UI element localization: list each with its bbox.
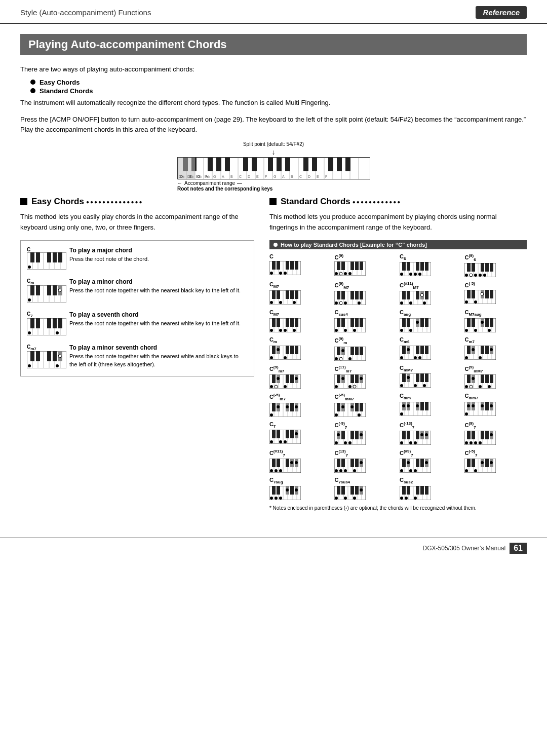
svg-point-664 [344, 497, 347, 500]
svg-rect-266 [337, 318, 340, 327]
major-chord-title: To play a major chord [69, 247, 248, 254]
footnote: * Notes enclosed in parentheses (◦) are … [269, 504, 527, 512]
svg-point-566 [490, 433, 493, 436]
page-title: Playing Auto-accompaniment Chords [28, 38, 519, 51]
svg-rect-128 [295, 261, 298, 270]
svg-point-242 [481, 292, 484, 295]
chord-cell-C7sus4: C7sus4 [334, 477, 397, 500]
svg-rect-189 [277, 290, 280, 299]
svg-rect-610 [416, 459, 419, 467]
easy-chords-section: Easy Chords ●●●●●●●●●●●●●● This method l… [20, 197, 254, 512]
svg-point-529 [337, 433, 340, 436]
svg-point-528 [335, 441, 338, 444]
svg-rect-359 [467, 346, 471, 354]
piano-std-C713 [334, 459, 366, 473]
svg-point-630 [465, 469, 468, 472]
standard-chords-heading: Standard Chords ●●●●●●●●●●●● [269, 197, 527, 207]
chord-cell-C6: C6 [400, 253, 462, 277]
svg-rect-392 [337, 374, 340, 383]
svg-rect-204 [341, 291, 345, 299]
svg-point-514 [284, 440, 287, 443]
svg-point-632 [481, 461, 484, 464]
chord-cell-C79: C(9)7 [464, 421, 527, 445]
svg-rect-25 [216, 158, 221, 171]
svg-rect-594 [355, 459, 359, 467]
piano-std-Cm6 [400, 346, 431, 360]
svg-point-332 [335, 357, 338, 360]
svg-rect-30 [277, 158, 282, 171]
svg-rect-205 [350, 291, 354, 299]
easy-chords-box: C [20, 240, 254, 376]
svg-point-562 [465, 441, 468, 444]
svg-rect-576 [286, 459, 289, 467]
svg-rect-296 [467, 318, 471, 327]
svg-point-633 [490, 461, 493, 464]
standard-chords-text: This method lets you produce accompanime… [269, 212, 527, 233]
svg-point-401 [360, 377, 363, 380]
footer-manual: DGX-505/305 Owner’s Manual [423, 545, 506, 552]
svg-rect-175 [490, 263, 493, 272]
svg-point-115 [56, 364, 59, 367]
svg-rect-251 [277, 318, 280, 327]
piano-std-Cdim [400, 402, 431, 416]
split-diagram: Split point (default: 54/F#2) ↓ // We'll… [20, 141, 527, 192]
bullet-dot-2 [30, 88, 35, 93]
svg-rect-36 [345, 158, 350, 171]
svg-rect-524 [341, 431, 345, 439]
svg-text:B: B [291, 175, 293, 178]
svg-rect-316 [295, 346, 298, 354]
svg-rect-660 [350, 486, 354, 495]
svg-rect-477 [420, 402, 424, 410]
svg-point-224 [400, 301, 403, 305]
chord-cell-Cm9: C(9)m [334, 336, 397, 360]
svg-rect-626 [472, 459, 475, 467]
svg-rect-625 [467, 459, 471, 467]
chord-cell-CmM7m5: C(-5)mM7 [334, 393, 397, 417]
svg-text:F: F [265, 175, 267, 178]
svg-point-319 [284, 356, 287, 359]
svg-point-647 [275, 497, 278, 500]
svg-rect-641 [272, 486, 276, 495]
piano-std-Cm711 [334, 374, 366, 389]
svg-point-482 [416, 404, 419, 407]
svg-rect-445 [290, 403, 294, 411]
page-number: 61 [510, 543, 527, 554]
piano-std-Caug [400, 318, 431, 332]
page-header: Style (Auto-accompaniment) Functions Ref… [0, 0, 547, 24]
svg-rect-375 [272, 374, 276, 383]
svg-rect-429 [490, 374, 493, 383]
header-title: Style (Auto-accompaniment) Functions [20, 8, 151, 17]
svg-point-160 [400, 273, 403, 276]
piano-std-CM7b [269, 318, 301, 332]
svg-point-286 [400, 329, 403, 332]
svg-point-257 [284, 329, 287, 332]
svg-point-335 [348, 357, 351, 360]
svg-point-397 [335, 385, 338, 388]
svg-rect-156 [407, 262, 410, 271]
svg-point-317 [270, 356, 273, 359]
piano-std-Cm7m5 [269, 403, 301, 417]
svg-rect-32 [303, 158, 308, 171]
svg-point-86 [28, 298, 31, 301]
svg-rect-300 [490, 318, 493, 327]
chord-cell-CM7: CM7 [269, 281, 332, 305]
piano-std-C7s9 [400, 459, 431, 473]
svg-point-498 [481, 404, 484, 407]
svg-rect-281 [402, 318, 406, 327]
svg-rect-558 [472, 431, 475, 439]
chord-cell-Cm7b: Cm7 [464, 336, 527, 360]
svg-rect-343 [402, 346, 406, 354]
svg-point-549 [425, 433, 428, 436]
svg-point-176 [465, 274, 468, 277]
intro-line1: There are two ways of playing auto-accom… [20, 64, 527, 74]
chord-cell-C96: C(9)6 [464, 253, 527, 277]
svg-point-400 [353, 385, 356, 388]
svg-rect-69 [36, 252, 40, 262]
piano-std-Cm9 [334, 347, 366, 361]
piano-std-C7m9 [334, 431, 366, 445]
svg-rect-540 [402, 431, 406, 439]
svg-rect-608 [402, 459, 406, 467]
svg-rect-97 [47, 318, 51, 328]
svg-rect-239 [490, 290, 493, 298]
svg-rect-207 [360, 291, 363, 299]
